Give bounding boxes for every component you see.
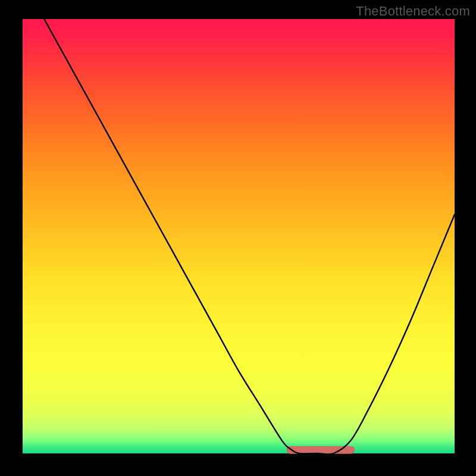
bottleneck-chart — [0, 0, 476, 476]
chart-container: { "watermark": "TheBottleneck.com", "cha… — [0, 0, 476, 476]
plot-background — [23, 19, 455, 453]
watermark-text: TheBottleneck.com — [356, 4, 470, 19]
